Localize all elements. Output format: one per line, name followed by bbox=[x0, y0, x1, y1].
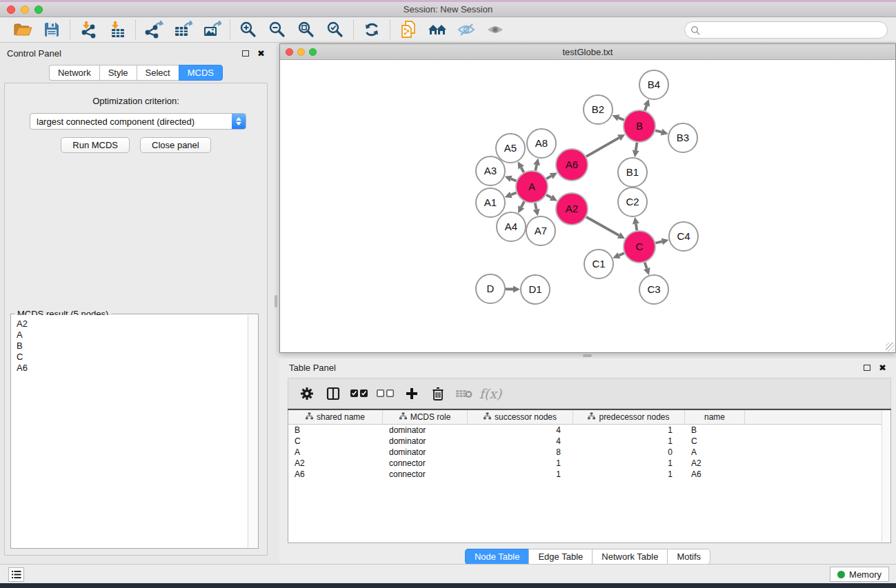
select-all-icon[interactable] bbox=[348, 382, 371, 405]
criterion-dropdown[interactable]: largest connected component (directed) bbox=[30, 113, 246, 130]
column-header-successor-nodes[interactable]: successor nodes bbox=[468, 410, 573, 424]
table-cell[interactable]: B bbox=[288, 425, 383, 436]
table-cell[interactable]: connector bbox=[383, 469, 468, 480]
window-resize-grip[interactable] bbox=[886, 343, 895, 352]
table-cell[interactable]: 1 bbox=[573, 469, 685, 480]
graph-edge[interactable] bbox=[655, 241, 661, 243]
tab-network[interactable]: Network bbox=[49, 65, 99, 81]
graph-edge[interactable] bbox=[645, 263, 647, 269]
table-cell[interactable]: 4 bbox=[468, 425, 573, 436]
graph-edge[interactable] bbox=[586, 217, 619, 236]
zoom-out-icon[interactable] bbox=[263, 19, 292, 41]
export-table-icon[interactable] bbox=[168, 19, 197, 41]
graph-edge[interactable] bbox=[511, 193, 517, 195]
table-cell[interactable]: 1 bbox=[468, 458, 573, 469]
search-input[interactable] bbox=[704, 25, 887, 35]
table-cell[interactable]: C bbox=[288, 436, 383, 447]
table-cell[interactable]: A bbox=[685, 447, 745, 458]
import-table-icon[interactable] bbox=[103, 19, 132, 41]
column-header-MCDS-role[interactable]: MCDS role bbox=[383, 410, 468, 424]
zoom-fit-icon[interactable] bbox=[292, 19, 321, 41]
deselect-all-icon[interactable] bbox=[374, 382, 397, 405]
result-list-item[interactable]: B bbox=[17, 341, 248, 352]
column-header-name[interactable]: name bbox=[685, 410, 745, 424]
vertical-splitter-handle[interactable] bbox=[275, 295, 277, 307]
graph-edge[interactable] bbox=[645, 105, 647, 110]
horizontal-splitter-handle[interactable] bbox=[583, 354, 592, 357]
table-scrollbar[interactable] bbox=[882, 410, 890, 543]
table-cell[interactable]: 1 bbox=[468, 469, 573, 480]
table-cell[interactable]: C bbox=[685, 436, 745, 447]
import-network-icon[interactable] bbox=[74, 19, 103, 41]
zoom-selected-icon[interactable] bbox=[321, 19, 350, 41]
search-field[interactable] bbox=[684, 21, 888, 39]
table-cell[interactable]: 8 bbox=[468, 447, 573, 458]
delete-icon[interactable] bbox=[426, 382, 450, 405]
mcds-result-list[interactable]: A2ABCA6 bbox=[12, 315, 248, 547]
tab-mcds[interactable]: MCDS bbox=[179, 65, 223, 81]
task-history-button[interactable] bbox=[8, 567, 24, 582]
function-builder-icon[interactable]: f(x) bbox=[479, 382, 502, 405]
table-cell[interactable]: dominator bbox=[383, 425, 468, 436]
table-cell[interactable]: dominator bbox=[383, 447, 468, 458]
table-cell[interactable]: 1 bbox=[573, 425, 685, 436]
table-row[interactable]: A6connector11A6 bbox=[288, 469, 890, 480]
network-canvas[interactable]: AA1A2A3A4A5A6A7A8BB1B2B3B4CC1C2C3C4DD1 bbox=[280, 61, 895, 352]
duplicate-network-icon[interactable] bbox=[394, 19, 423, 41]
result-list-item[interactable]: A2 bbox=[17, 318, 248, 330]
table-row[interactable]: Adominator80A bbox=[288, 447, 890, 458]
memory-button[interactable]: Memory bbox=[830, 567, 889, 582]
column-header-predecessor-nodes[interactable]: predecessor nodes bbox=[573, 410, 685, 424]
graph-edge[interactable] bbox=[586, 138, 619, 156]
close-table-panel-icon[interactable]: ✖ bbox=[879, 363, 886, 373]
table-cell[interactable]: 1 bbox=[573, 436, 685, 447]
tab-edge-table[interactable]: Edge Table bbox=[528, 549, 592, 565]
table-cell[interactable]: A2 bbox=[685, 458, 745, 469]
tab-network-table[interactable]: Network Table bbox=[592, 549, 667, 565]
table-cell[interactable]: A bbox=[288, 447, 383, 458]
result-list-item[interactable]: A6 bbox=[17, 363, 248, 374]
result-list-item[interactable]: C bbox=[17, 352, 248, 363]
graph-edge[interactable] bbox=[655, 130, 661, 132]
graph-edge[interactable] bbox=[535, 203, 537, 210]
table-cell[interactable]: connector bbox=[383, 458, 468, 469]
table-cell[interactable]: B bbox=[685, 425, 745, 436]
network-graph[interactable]: AA1A2A3A4A5A6A7A8BB1B2B3B4CC1C2C3C4DD1 bbox=[280, 61, 895, 352]
export-network-icon[interactable] bbox=[139, 19, 168, 41]
tab-select[interactable]: Select bbox=[137, 65, 179, 81]
zoom-in-icon[interactable] bbox=[234, 19, 263, 41]
gear-icon[interactable] bbox=[295, 382, 319, 405]
graph-edge[interactable] bbox=[636, 143, 637, 151]
refresh-icon[interactable] bbox=[357, 19, 386, 41]
show-all-icon[interactable] bbox=[481, 19, 510, 41]
result-scrollbar[interactable] bbox=[248, 315, 257, 547]
column-header-shared-name[interactable]: shared name bbox=[288, 410, 383, 424]
table-row[interactable]: A2connector11A2 bbox=[288, 458, 890, 469]
network-window-titlebar[interactable]: testGlobe.txt bbox=[280, 44, 895, 60]
table-row[interactable]: Bdominator41B bbox=[288, 425, 890, 436]
result-list-item[interactable]: A bbox=[17, 330, 248, 341]
delete-table-icon[interactable] bbox=[452, 382, 476, 405]
close-panel-button[interactable]: Close panel bbox=[140, 137, 211, 153]
run-mcds-button[interactable]: Run MCDS bbox=[61, 137, 130, 153]
hide-selected-icon[interactable] bbox=[452, 19, 481, 41]
tab-motifs[interactable]: Motifs bbox=[667, 549, 710, 565]
save-session-icon[interactable] bbox=[37, 19, 66, 41]
graph-edge[interactable] bbox=[521, 168, 524, 172]
table-row[interactable]: Cdominator41C bbox=[288, 436, 890, 447]
add-icon[interactable] bbox=[400, 382, 424, 405]
table-cell[interactable]: 0 bbox=[573, 447, 685, 458]
table-cell[interactable]: A6 bbox=[288, 469, 383, 480]
graph-edge[interactable] bbox=[619, 253, 624, 255]
table-cell[interactable]: A2 bbox=[288, 458, 383, 469]
table-cell[interactable]: A6 bbox=[685, 469, 745, 480]
table-cell[interactable]: dominator bbox=[383, 436, 468, 447]
table-cell[interactable]: 4 bbox=[468, 436, 573, 447]
float-table-panel-icon[interactable] bbox=[864, 365, 870, 371]
tab-style[interactable]: Style bbox=[99, 65, 137, 81]
tab-node-table[interactable]: Node Table bbox=[465, 549, 529, 565]
export-image-icon[interactable] bbox=[197, 19, 226, 41]
graph-edge[interactable] bbox=[546, 176, 551, 179]
graph-edge[interactable] bbox=[636, 224, 637, 231]
table-cell[interactable]: 1 bbox=[573, 458, 685, 469]
